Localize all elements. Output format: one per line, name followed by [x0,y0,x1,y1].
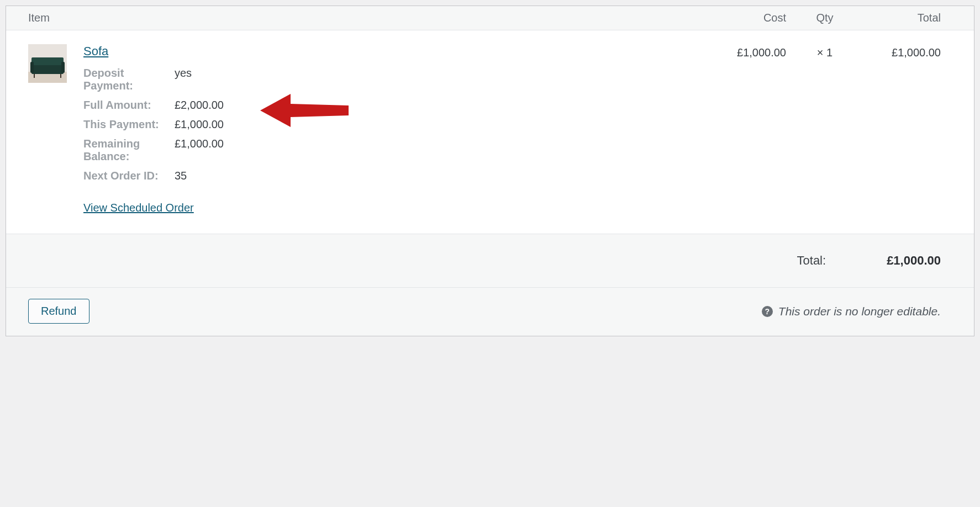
meta-value-next-order: 35 [175,170,714,182]
notice-text: This order is no longer editable. [778,305,941,318]
meta-value-this-payment: £1,000.00 [175,118,714,131]
annotation-arrow-icon [260,88,349,133]
header-qty: Qty [797,12,852,24]
meta-label-full-amount: Full Amount: [83,99,175,112]
help-icon[interactable]: ? [762,306,773,317]
product-name-link[interactable]: Sofa [83,44,108,59]
item-meta: Deposit Payment: yes Full Amount: £2,000… [83,67,714,182]
item-qty: × 1 [797,44,852,214]
item-details: Sofa Deposit Payment: yes Full Amount: £… [83,44,714,214]
meta-label-next-order: Next Order ID: [83,170,175,182]
sofa-image-icon [28,44,67,83]
svg-rect-3 [31,57,64,65]
totals-value: £1,000.00 [887,254,941,268]
header-cost: Cost [714,12,797,24]
meta-label-remaining: Remaining Balance: [83,138,175,163]
view-scheduled-order-link[interactable]: View Scheduled Order [83,202,194,214]
svg-rect-6 [34,74,35,78]
order-items-panel: Item Cost Qty Total Sofa Deposit Payment… [6,6,974,336]
meta-value-deposit: yes [175,67,714,92]
qty-prefix: × [817,46,824,59]
meta-value-remaining: £1,000.00 [175,138,714,163]
totals-label: Total: [797,254,826,268]
svg-rect-7 [60,74,61,78]
item-row: Sofa Deposit Payment: yes Full Amount: £… [6,30,974,234]
svg-rect-4 [30,62,34,73]
product-thumbnail [28,44,67,83]
svg-marker-8 [260,94,349,127]
meta-label-this-payment: This Payment: [83,118,175,131]
meta-value-full-amount: £2,000.00 [175,99,714,112]
refund-button[interactable]: Refund [28,299,89,324]
item-cost: £1,000.00 [714,44,797,214]
header-item: Item [28,12,714,24]
item-total: £1,000.00 [852,44,952,214]
order-notice: ? This order is no longer editable. [762,305,941,318]
totals-row: Total: £1,000.00 [797,254,941,268]
totals-section: Total: £1,000.00 [6,234,974,288]
table-header: Item Cost Qty Total [6,6,974,30]
meta-label-deposit: Deposit Payment: [83,67,175,92]
svg-rect-5 [61,62,65,73]
header-total: Total [852,12,952,24]
footer-section: Refund ? This order is no longer editabl… [6,288,974,336]
qty-value: 1 [826,46,833,59]
